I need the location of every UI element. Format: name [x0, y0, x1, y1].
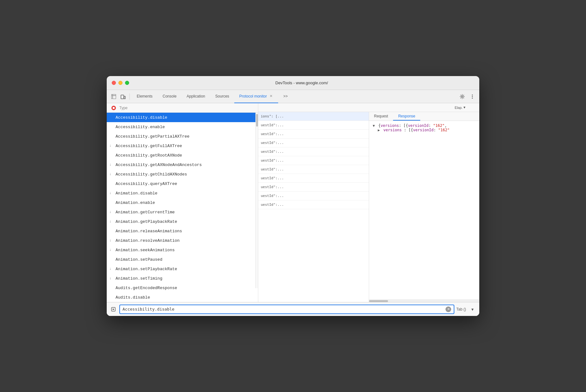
tab-console[interactable]: Console [158, 90, 182, 103]
autocomplete-item-13[interactable]: Animation.releaseAnimations [107, 226, 258, 236]
arrow-11: ↓ [109, 210, 114, 214]
col-elapsed-header: Elap. [455, 106, 477, 110]
close-button[interactable] [112, 81, 116, 85]
table-data-column: ions": [... uestId":... uestId":... uest… [258, 112, 369, 302]
toolbar: Elements Console Application Sources Pro… [107, 90, 479, 103]
tab-elements[interactable]: Elements [132, 90, 158, 103]
scrollbar-track[interactable] [255, 113, 258, 288]
autocomplete-list[interactable]: Accessibility.disable Accessibility.enab… [107, 113, 258, 302]
dropdown-btn[interactable]: ▾ [468, 305, 477, 314]
svg-point-6 [462, 96, 463, 97]
autocomplete-item-4[interactable]: ↓ Accessibility.getFullAXTree [107, 141, 258, 151]
autocomplete-label-15: Animation.seekAnimations [116, 248, 175, 252]
traffic-lights [112, 81, 129, 85]
arrow-18: ↓ [109, 276, 114, 281]
autocomplete-item-19[interactable]: Audits.getEncodedResponse [107, 283, 258, 293]
autocomplete-item-11[interactable]: ↓ Animation.getCurrentTime [107, 207, 258, 217]
stop-recording-btn[interactable] [109, 104, 118, 112]
autocomplete-item-14[interactable]: ↓ Animation.resolveAnimation [107, 236, 258, 245]
autocomplete-item-3[interactable]: Accessibility.getPartialAXTree [107, 132, 258, 141]
tab-hint: Tab () [456, 307, 466, 312]
detail-content: ▼ {versions: [{versionId: "162", ▶ versi… [369, 121, 480, 300]
table-row-4[interactable]: uestId":... [258, 139, 369, 147]
detail-text-1: {versions: [{versionId: "162", [378, 123, 447, 128]
autocomplete-label-6: Accessibility.getAXNodeAndAncestors [116, 163, 202, 167]
autocomplete-label-20: Audits.disable [116, 295, 150, 300]
svg-rect-0 [111, 94, 112, 95]
toolbar-separator [129, 93, 130, 100]
table-row-2[interactable]: uestId":... [258, 121, 369, 130]
autocomplete-label-1: Accessibility.disable [116, 115, 167, 120]
command-input-wrapper: ✕ [119, 305, 454, 314]
run-button[interactable] [109, 305, 117, 313]
autocomplete-item-7[interactable]: ↓ Accessibility.getChildAXNodes [107, 169, 258, 179]
svg-rect-3 [113, 96, 116, 99]
autocomplete-item-18[interactable]: ↓ Animation.setTiming [107, 274, 258, 283]
right-body: ions": [... uestId":... uestId":... uest… [258, 112, 479, 302]
autocomplete-item-8[interactable]: Accessibility.queryAXTree [107, 179, 258, 188]
tab-response[interactable]: Response [393, 112, 420, 121]
right-table-header: Elap. [258, 103, 479, 112]
tab-bar: Elements Console Application Sources Pro… [132, 90, 457, 103]
table-row-3[interactable]: uestId":... [258, 130, 369, 139]
detail-line-2: ▶ versions : [{versionId: "162" [378, 128, 476, 132]
autocomplete-label-14: Animation.resolveAnimation [116, 238, 180, 243]
arrow-9: ↓ [109, 191, 114, 195]
tab-protocol-monitor[interactable]: Protocol monitor ✕ [234, 90, 278, 103]
autocomplete-item-2[interactable]: Accessibility.enable [107, 122, 258, 132]
devtools-window: DevTools - www.google.com/ Elements [107, 76, 479, 316]
svg-point-9 [472, 98, 473, 98]
command-input[interactable] [123, 307, 445, 312]
autocomplete-item-9[interactable]: ↓ Animation.disable [107, 188, 258, 198]
tab-application[interactable]: Application [182, 90, 210, 103]
table-row-7[interactable]: uestId":... [258, 165, 369, 174]
autocomplete-label-10: Animation.enable [116, 200, 155, 205]
autocomplete-item-5[interactable]: Accessibility.getRootAXNode [107, 151, 258, 160]
tab-sources[interactable]: Sources [210, 90, 234, 103]
svg-point-7 [472, 94, 473, 95]
autocomplete-item-20[interactable]: Audits.disable [107, 293, 258, 302]
settings-btn[interactable] [458, 92, 467, 101]
autocomplete-label-13: Animation.releaseAnimations [116, 229, 182, 234]
autocomplete-label-19: Audits.getEncodedResponse [116, 286, 177, 290]
device-toggle-btn[interactable] [119, 92, 128, 101]
autocomplete-item-6[interactable]: ↓ Accessibility.getAXNodeAndAncestors [107, 160, 258, 169]
svg-marker-13 [113, 308, 114, 310]
devtools-body: Type Accessibility.disable Accessibility… [107, 103, 479, 316]
autocomplete-item-1[interactable]: Accessibility.disable [107, 113, 258, 122]
table-row-8[interactable]: uestId":... [258, 174, 369, 183]
autocomplete-item-12[interactable]: ↓ Animation.getPlaybackRate [107, 217, 258, 226]
maximize-button[interactable] [125, 81, 129, 85]
autocomplete-item-17[interactable]: ↓ Animation.setPlaybackRate [107, 264, 258, 274]
arrow-4: ↓ [109, 144, 114, 148]
horizontal-scrollbar[interactable] [369, 300, 480, 302]
arrow-15: ↓ [109, 248, 114, 252]
left-panel: Type Accessibility.disable Accessibility… [107, 103, 258, 302]
table-row-9[interactable]: uestId":... [258, 183, 369, 192]
inspect-element-btn[interactable] [109, 92, 118, 101]
table-row-1[interactable]: ions": [... [258, 112, 369, 121]
more-options-btn[interactable] [468, 92, 477, 101]
table-row-11[interactable]: uestId":... [258, 200, 369, 209]
autocomplete-label-9: Animation.disable [116, 191, 158, 196]
minimize-button[interactable] [118, 81, 123, 85]
clear-input-btn[interactable]: ✕ [445, 306, 451, 312]
autocomplete-label-11: Animation.getCurrentTime [116, 210, 175, 215]
table-row-6[interactable]: uestId":... [258, 156, 369, 165]
autocomplete-item-15[interactable]: ↓ Animation.seekAnimations [107, 245, 258, 255]
autocomplete-label-17: Animation.setPlaybackRate [116, 267, 177, 271]
arrow-17: ↓ [109, 267, 114, 271]
svg-rect-5 [124, 96, 125, 99]
svg-rect-4 [121, 95, 124, 99]
table-row-10[interactable]: uestId":... [258, 192, 369, 200]
autocomplete-item-16[interactable]: Animation.setPaused [107, 255, 258, 264]
autocomplete-label-3: Accessibility.getPartialAXTree [116, 134, 189, 139]
table-row-5[interactable]: uestId":... [258, 147, 369, 156]
toolbar-right [458, 92, 477, 101]
tab-request[interactable]: Request [369, 112, 393, 121]
detail-line-1: ▼ {versions: [{versionId: "162", [373, 123, 476, 128]
tab-more[interactable]: >> [278, 90, 293, 103]
titlebar: DevTools - www.google.com/ [107, 76, 479, 90]
autocomplete-item-10[interactable]: Animation.enable [107, 198, 258, 207]
tab-close-icon[interactable]: ✕ [269, 94, 273, 98]
